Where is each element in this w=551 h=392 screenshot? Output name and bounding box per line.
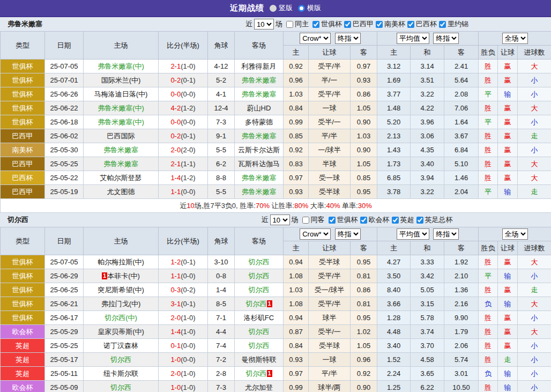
- same-venue-checkbox[interactable]: [302, 217, 309, 224]
- odds-away: 0.93: [351, 73, 377, 87]
- result-goals: 走: [518, 129, 551, 143]
- odds-final-select[interactable]: 终指: [335, 228, 361, 240]
- match-date: 25-05-11: [45, 367, 84, 381]
- odds-final-select[interactable]: 终指: [335, 33, 361, 44]
- fulltime-score: 1-0: [170, 356, 181, 364]
- same-venue-option[interactable]: 同主: [284, 19, 309, 29]
- odds-handicap: 球半: [309, 311, 351, 325]
- odds-home: 0.85: [284, 129, 309, 143]
- result-winlose: 平: [479, 185, 498, 199]
- match-count-select[interactable]: 10: [254, 19, 274, 29]
- odds-source-select[interactable]: Crow*: [300, 33, 331, 44]
- league-filter-option[interactable]: 巴西甲: [342, 19, 374, 29]
- match-score: 1-2(0-1): [159, 255, 208, 269]
- result-handicap: 输: [498, 185, 518, 199]
- halftime-score: (0-1): [181, 258, 195, 266]
- col-result-goals: 进球数: [518, 46, 551, 60]
- fulltime-score: 1-1: [170, 188, 181, 196]
- match-row: 南美杯25-05-30弗鲁米嫩塞2-0(2-0)5-5云斯卡尔达斯0.92一/球…: [1, 143, 551, 157]
- league-filter-option[interactable]: 欧会杯: [358, 215, 390, 225]
- league-checkbox[interactable]: [344, 21, 351, 28]
- games-label: 场: [276, 19, 282, 29]
- radio-horizontal[interactable]: 横版: [298, 3, 321, 13]
- col-avg-away: 客: [444, 241, 479, 255]
- col-odds-home: 主: [284, 46, 309, 60]
- team-label: 马梅洛迪日落(中): [94, 90, 148, 98]
- league-filter-option[interactable]: 巴西杯: [405, 19, 437, 29]
- league-filter-option[interactable]: 英超: [390, 215, 414, 225]
- league-checkbox[interactable]: [439, 21, 446, 28]
- odds-handicap: 受半/一: [309, 115, 351, 129]
- league-checkbox[interactable]: [407, 21, 414, 28]
- radio-vertical[interactable]: 竖版: [270, 3, 293, 13]
- avg-home: 3.50: [377, 269, 411, 283]
- avg-home: 2.24: [377, 367, 411, 381]
- league-checkbox[interactable]: [312, 21, 319, 28]
- summary-text: 场,胜7平3负0, 胜率:: [195, 202, 256, 210]
- avg-home: 3.77: [377, 87, 411, 101]
- avg-select[interactable]: 平均值: [397, 228, 429, 240]
- home-team: 弗鲁米嫩塞(中): [84, 60, 159, 73]
- fulltime-select[interactable]: 全场: [502, 228, 528, 240]
- corner-count: 7-2: [208, 353, 235, 367]
- odds-home: 1.08: [284, 269, 309, 283]
- same-venue-option[interactable]: 同客: [300, 215, 325, 225]
- radio-vertical-icon[interactable]: [270, 5, 277, 12]
- same-venue-checkbox[interactable]: [286, 21, 293, 28]
- odds-source-select[interactable]: Crow*: [300, 228, 331, 240]
- league-filter-option[interactable]: 里约锦: [437, 19, 468, 29]
- team-label: 多特蒙德: [245, 118, 273, 126]
- team-label: 本菲卡(中): [107, 272, 140, 280]
- halftime-score: (0-2): [181, 286, 195, 294]
- avg-final-select[interactable]: 终指: [433, 33, 459, 44]
- league-filter-option[interactable]: 英足总杯: [414, 215, 453, 225]
- radio-horizontal-icon[interactable]: [298, 5, 305, 12]
- section-bar: 弗鲁米嫩塞 近 10 场 同主 世俱杯巴西甲南美杯巴西杯里约锦: [0, 17, 551, 31]
- result-handicap: 赢: [498, 129, 518, 143]
- league-checkbox[interactable]: [360, 217, 367, 224]
- league-checkbox[interactable]: [392, 217, 399, 224]
- corner-count: 5-2: [208, 73, 235, 87]
- result-handicap: 走: [498, 353, 518, 367]
- odds-handicap: 受平/半: [309, 87, 351, 101]
- away-team: 利雅得新月: [235, 60, 284, 73]
- avg-away: 5.74: [444, 353, 479, 367]
- col-odds-handicap: 让球: [309, 241, 351, 255]
- away-team: 切尔西1: [235, 297, 284, 311]
- section-bar: 切尔西 近 10 场 同客 世俱杯欧会杯英超英足总杯: [0, 213, 551, 227]
- corner-count: 7-4: [208, 339, 235, 353]
- league-badge: 世俱杯: [1, 283, 45, 297]
- league-badge: 巴西杯: [1, 171, 45, 185]
- league-checkbox[interactable]: [329, 217, 336, 224]
- league-badge: 世俱杯: [1, 269, 45, 283]
- odds-handicap: 球半/两: [309, 381, 351, 392]
- result-goals: 小: [518, 73, 551, 87]
- avg-away: 2.41: [444, 60, 479, 73]
- league-checkbox[interactable]: [376, 21, 383, 28]
- col-odds-handicap: 让球: [309, 46, 351, 60]
- odds-away: 1.05: [351, 157, 377, 171]
- col-avg-draw: 和: [411, 46, 444, 60]
- odds-home: 0.92: [284, 60, 309, 73]
- match-count-select[interactable]: 10: [270, 215, 290, 225]
- result-winlose: 胜: [479, 339, 498, 353]
- corner-count: 4-4: [208, 325, 235, 339]
- away-team: 切尔西: [235, 283, 284, 297]
- away-team: 洛杉矶FC: [235, 311, 284, 325]
- league-filter-option[interactable]: 南美杯: [374, 19, 405, 29]
- league-filter-option[interactable]: 世俱杯: [310, 19, 342, 29]
- match-row: 世俱杯25-07-01国际米兰(中)0-2(0-1)5-2弗鲁米嫩塞0.96半/…: [1, 73, 551, 87]
- league-checkbox[interactable]: [416, 217, 423, 224]
- league-badge: 英超: [1, 353, 45, 367]
- avg-select[interactable]: 平均值: [397, 33, 429, 44]
- league-filter-option[interactable]: 世俱杯: [326, 215, 358, 225]
- fulltime-select[interactable]: 全场: [502, 33, 528, 44]
- team-label: 诺丁汉森林: [103, 342, 138, 350]
- avg-draw: 3.42: [411, 269, 444, 283]
- result-handicap: 赢: [498, 101, 518, 115]
- avg-final-select[interactable]: 终指: [433, 228, 459, 240]
- league-label: 世俱杯: [337, 215, 358, 225]
- avg-away: 1.36: [444, 283, 479, 297]
- league-badge: 巴西甲: [1, 129, 45, 143]
- match-score: 2-0(2-0): [159, 143, 208, 157]
